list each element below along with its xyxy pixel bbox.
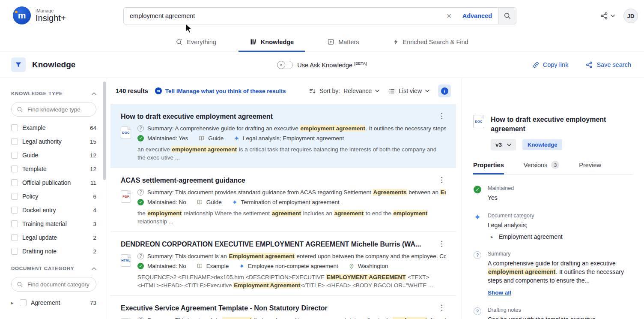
top-bar: m iManage Insight+ × Advanced [0,0,644,32]
ask-knowledge-toggle[interactable]: × [277,61,293,69]
maintained-badge: ✓Maintained: No [137,199,186,205]
result-title[interactable]: DENDREON CORPORATION EXECUTIVE EMPLOYMEN… [121,240,430,249]
filter-count: 4 [93,207,96,214]
share-menu[interactable] [600,12,615,20]
property-drafting-notes: ? Drafting notes Can be used with the te… [473,307,633,319]
checkbox[interactable] [11,179,18,186]
filter-item-expandable[interactable]: ▸ Agreement 73 [11,296,96,310]
checkbox[interactable] [11,152,18,159]
copy-link-button[interactable]: Copy link [532,61,569,69]
book-icon [198,135,205,141]
kebab-menu-icon[interactable]: ⋮ [435,176,446,184]
expand-caret-icon[interactable]: ▸ [11,300,15,306]
everything-search-icon [176,38,183,45]
maintained-badge: ✓Maintained: No [137,263,186,269]
check-icon: ✓ [137,199,144,205]
collapse-chevron-icon[interactable] [92,267,96,270]
result-title[interactable]: ACAS settlement-agreement guidance [121,176,430,185]
search-button[interactable] [498,8,516,24]
result-title[interactable]: How to draft executive employment agreem… [121,112,430,121]
checkbox[interactable] [20,299,27,306]
check-icon: ✓ [137,135,144,141]
result-snippet: SEQUENCE>2 <FILENAME>dex105.htm <DESCRIP… [137,273,446,289]
advanced-search-link[interactable]: Advanced [456,8,498,24]
clear-search-icon[interactable]: × [442,8,456,24]
filter-item[interactable]: Official publication11 [11,176,96,190]
chevron-down-icon [611,15,615,17]
kebab-menu-icon[interactable]: ⋮ [435,304,446,312]
search-icon [17,106,23,113]
sidebar-scrollbar[interactable] [103,81,106,180]
checkbox[interactable] [11,248,18,255]
filter-item[interactable]: Example64 [11,121,96,135]
filter-funnel-icon[interactable] [11,57,26,72]
feedback-link[interactable]: m Tell iManage what you think of these r… [155,87,286,94]
sort-dropdown[interactable]: Sort by: Relevance [309,87,379,95]
checkbox[interactable] [11,193,18,200]
filter-item[interactable]: Drafting note2 [11,244,96,258]
checkbox[interactable] [11,124,18,131]
filter-item[interactable]: Legal update2 [11,231,96,244]
result-card[interactable]: How to draft executive employment agreem… [110,104,456,168]
property-label: Document category [488,213,563,219]
filter-item[interactable]: Template12 [11,162,96,176]
tab-label: Knowledge [261,39,294,45]
copy-link-label: Copy link [543,61,569,68]
info-button[interactable]: i [438,84,451,97]
info-icon: i [441,87,448,95]
app-logo[interactable]: m iManage Insight+ [13,6,66,24]
imanage-dot-icon: m [155,87,162,94]
result-summary: Summary: This is a template agreement th… [147,317,446,319]
tab-matters[interactable]: Matters [316,32,370,51]
filter-count: 3 [93,221,96,227]
search-input[interactable] [124,8,442,24]
content-area: KNOWLEDGE TYPE Example64 Legal authority… [0,78,644,319]
sort-value: Relevance [343,87,372,94]
document-category-search-input[interactable] [27,281,91,288]
sort-icon [309,87,316,95]
filter-item[interactable]: Training material3 [11,217,96,231]
kebab-menu-icon[interactable]: ⋮ [435,240,446,248]
property-value: Legal analysis; [488,221,563,229]
category-sub-item[interactable]: ▸ Employment agreement [488,233,563,240]
doc-file-icon: DOC [473,115,484,128]
search-bar: × Advanced [123,7,516,24]
filter-item[interactable]: Legal authority15 [11,135,96,148]
knowledge-type-search-input[interactable] [27,106,91,113]
location-pin-icon [349,263,355,269]
filter-item[interactable]: Policy6 [11,190,96,203]
tab-label: Matters [338,39,359,45]
save-search-button[interactable]: Save search [585,61,631,69]
checkbox[interactable] [11,220,18,227]
filter-count: 2 [93,248,96,255]
result-card[interactable]: Executive Service Agreement Template - N… [110,295,456,319]
versions-count-badge: 3 [551,161,559,169]
checkbox[interactable] [11,166,18,172]
filter-item[interactable]: Guide12 [11,148,96,162]
view-dropdown[interactable]: List view [388,87,429,95]
tab-knowledge[interactable]: Knowledge [239,32,305,51]
kebab-menu-icon[interactable]: ⋮ [435,112,446,120]
checkbox[interactable] [11,234,18,241]
result-card[interactable]: ACAS settlement-agreement guidance ⋮ PDF… [110,168,456,232]
user-avatar[interactable]: JD [623,9,638,23]
knowledge-badge: Knowledge [522,139,562,150]
collapse-chevron-icon[interactable] [92,92,96,95]
result-card[interactable]: DENDREON CORPORATION EXECUTIVE EMPLOYMEN… [110,232,456,295]
tab-preview[interactable]: Preview [579,161,601,174]
header-actions: JD [600,9,638,23]
tab-versions[interactable]: Versions3 [524,161,560,174]
link-icon [532,61,540,69]
checkbox[interactable] [11,207,18,214]
result-title[interactable]: Executive Service Agreement Template - N… [121,304,430,313]
location-badge: Washington [349,263,388,269]
tab-everything[interactable]: Everything [164,32,227,51]
document-category-search [11,277,96,292]
checkbox[interactable] [11,138,18,145]
tab-enriched-search[interactable]: Enriched Search & Find [382,32,480,51]
version-select[interactable]: v3 [491,139,516,150]
show-all-link[interactable]: Show all [488,289,511,296]
filter-item[interactable]: Docket entry4 [11,203,96,217]
check-icon: ✓ [474,186,481,193]
tab-properties[interactable]: Properties [473,161,504,174]
